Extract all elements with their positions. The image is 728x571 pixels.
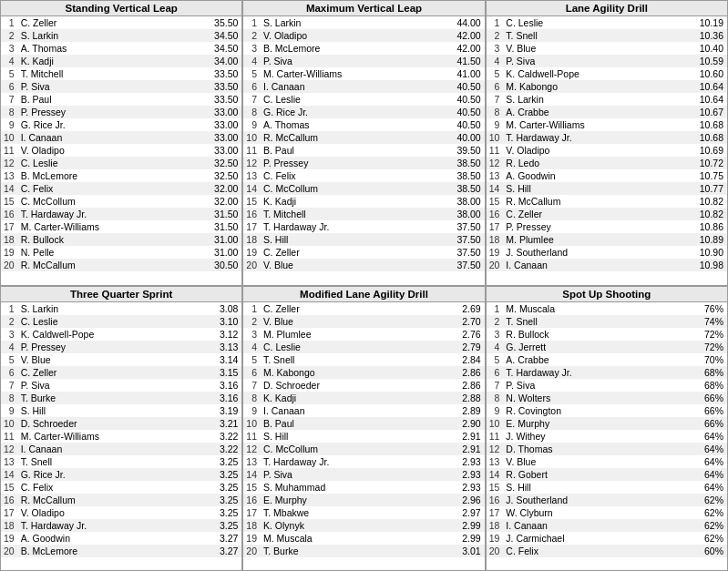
rank-cell: 9 [243,404,261,417]
value-cell: 72% [668,328,727,341]
name-cell: C. Zeller [503,208,668,220]
name-cell: C. Zeller [18,16,183,29]
name-cell: T. Snell [503,315,668,328]
value-cell: 31.50 [182,208,241,220]
name-cell: V. Blue [503,455,668,468]
table-row: 10R. McCallum40.00 [243,131,484,144]
value-cell: 10.69 [668,144,727,157]
rank-cell: 3 [243,42,261,55]
value-cell: 3.25 [190,481,241,494]
rank-cell: 19 [1,532,18,545]
value-cell: 38.00 [426,208,485,220]
rank-cell: 7 [243,379,261,392]
table-row: 7B. Paul33.50 [1,93,241,106]
name-cell: T. Mitchell [261,208,426,220]
rank-cell: 20 [487,259,504,271]
table-row: 7P. Siva68% [487,379,727,392]
table-row: 16R. McCallum3.25 [1,494,241,506]
rank-cell: 13 [243,169,261,182]
rank-cell: 10 [243,131,261,144]
table-row: 10T. Hardaway Jr.10.68 [487,131,727,144]
value-cell: 33.00 [182,106,241,118]
table-row: 18T. Hardaway Jr.3.25 [1,519,241,532]
rank-cell: 10 [487,417,504,430]
value-cell: 3.13 [190,341,241,353]
rank-cell: 11 [243,144,261,157]
name-cell: K. Kadji [261,392,426,404]
rank-cell: 18 [243,233,261,246]
table-row: 14S. Hill10.77 [487,182,727,195]
rank-cell: 17 [487,220,504,233]
name-cell: S. Hill [503,182,668,195]
table-maximum-vertical-leap: 1S. Larkin44.002V. Oladipo42.003B. McLem… [243,16,484,271]
rank-cell: 6 [1,80,18,93]
name-cell: S. Larkin [18,302,190,315]
value-cell: 40.50 [426,80,485,93]
table-row: 17W. Clyburn62% [487,506,727,519]
table-row: 1C. Leslie10.19 [487,16,727,29]
rank-cell: 7 [243,93,261,106]
name-cell: S. Larkin [261,16,426,29]
table-row: 1M. Muscala76% [487,302,727,315]
table-row: 15C. McCollum32.00 [1,195,241,208]
table-row: 3M. Plumlee2.76 [243,328,484,341]
name-cell: G. Rice Jr. [18,468,190,481]
name-cell: C. Felix [18,481,190,494]
table-container-maximum-vertical-leap: 1S. Larkin44.002V. Oladipo42.003B. McLem… [243,16,484,271]
table-row: 18M. Plumlee10.89 [487,233,727,246]
rank-cell: 3 [487,328,504,341]
table-row: 9A. Thomas40.50 [243,118,484,131]
rank-cell: 1 [243,302,261,315]
table-row: 13T. Snell3.25 [1,455,241,468]
table-row: 10B. Paul2.90 [243,417,484,430]
table-row: 8P. Pressey33.00 [1,106,241,118]
rank-cell: 5 [243,67,261,80]
rank-cell: 2 [1,315,18,328]
panel-maximum-vertical-leap: Maximum Vertical Leap1S. Larkin44.002V. … [242,0,485,286]
rank-cell: 11 [1,430,18,443]
value-cell: 33.50 [182,80,241,93]
table-row: 18R. Bullock31.00 [1,233,241,246]
value-cell: 10.36 [668,29,727,42]
table-row: 16T. Mitchell38.00 [243,208,484,220]
rank-cell: 16 [487,494,504,506]
name-cell: P. Siva [503,55,668,67]
name-cell: C. McCollum [261,443,426,455]
value-cell: 64% [668,455,727,468]
rank-cell: 2 [487,315,504,328]
rank-cell: 6 [243,80,261,93]
rank-cell: 9 [1,118,18,131]
name-cell: P. Pressey [261,157,426,169]
name-cell: C. Zeller [18,366,190,379]
rank-cell: 8 [1,106,18,118]
name-cell: V. Blue [503,42,668,55]
rank-cell: 6 [1,366,18,379]
panel-modified-lane-agility-drill: Modified Lane Agility Drill1C. Zeller2.6… [242,286,485,572]
table-row: 16E. Murphy2.96 [243,494,484,506]
rank-cell: 12 [243,443,261,455]
name-cell: K. Caldwell-Pope [503,67,668,80]
name-cell: J. Southerland [503,494,668,506]
name-cell: T. Hardaway Jr. [261,455,426,468]
name-cell: T. Hardaway Jr. [503,366,668,379]
name-cell: T. Burke [18,392,190,404]
rank-cell: 20 [1,545,18,557]
name-cell: K. Caldwell-Pope [18,328,190,341]
value-cell: 3.25 [190,494,241,506]
rank-cell: 1 [1,16,18,29]
name-cell: I. Canaan [261,80,426,93]
value-cell: 10.72 [668,157,727,169]
value-cell: 33.00 [182,144,241,157]
table-container-lane-agility-drill: 1C. Leslie10.192T. Snell10.363V. Blue10.… [487,16,727,271]
name-cell: C. Leslie [18,157,183,169]
value-cell: 66% [668,417,727,430]
value-cell: 3.27 [190,545,241,557]
table-row: 11B. Paul39.50 [243,144,484,157]
name-cell: M. Carter-Williams [18,430,190,443]
name-cell: C. Felix [261,169,426,182]
name-cell: K. Kadji [261,195,426,208]
name-cell: G. Jerrett [503,341,668,353]
rank-cell: 15 [1,195,18,208]
rank-cell: 4 [243,55,261,67]
value-cell: 44.00 [426,16,485,29]
